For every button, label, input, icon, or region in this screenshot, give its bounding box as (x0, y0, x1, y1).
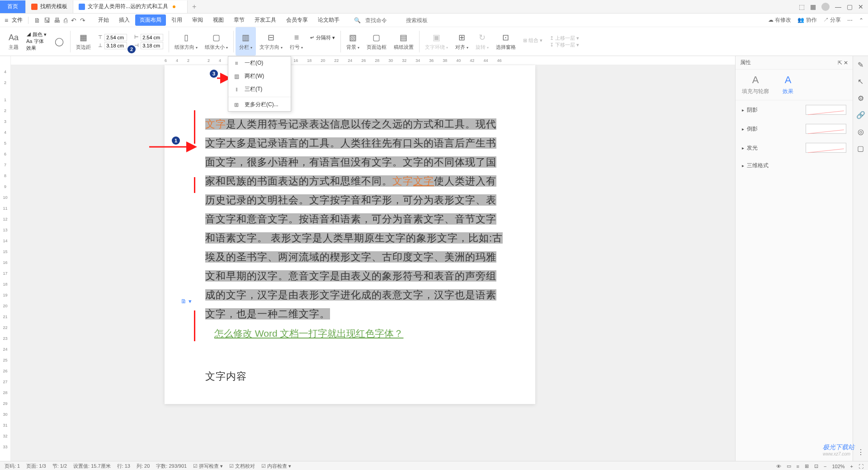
effect-dropdown[interactable]: 效果 (26, 45, 36, 52)
outline-mode-icon[interactable]: ≡ (797, 464, 799, 469)
heading-text[interactable]: 文字内容 (205, 367, 504, 386)
comment-icon[interactable]: 🗎 ▾ (181, 298, 192, 305)
search-icon[interactable]: 🔍 (354, 17, 361, 24)
read-mode-icon[interactable]: ▭ (787, 463, 791, 469)
collapse-ribbon-icon[interactable]: ⌃ (859, 17, 863, 24)
undo-icon[interactable]: ↶ (71, 17, 76, 24)
fullscreen-icon[interactable]: ⛶ (859, 464, 863, 469)
file-menu[interactable]: 文件 (12, 16, 23, 24)
font-dropdown[interactable]: Aa 字体 (26, 38, 44, 45)
background-button[interactable]: ▧背景 ▾ (343, 27, 363, 56)
page-border-button[interactable]: ▢页面边框 (363, 27, 390, 56)
status-content-check[interactable]: ☑ 内容检查 ▾ (261, 463, 291, 470)
top-margin-input[interactable] (104, 34, 127, 41)
cloud-changes[interactable]: ☁ 有修改 (768, 16, 791, 24)
left-margin-input[interactable] (141, 34, 163, 41)
reflection-preview[interactable] (806, 124, 846, 134)
dropdown-three-columns[interactable]: ⦀三栏(T) (228, 83, 291, 96)
command-search-input[interactable] (365, 17, 401, 24)
fit-icon[interactable]: ⊡ (814, 463, 818, 469)
status-doc-proof[interactable]: ☑ 文档校对 (229, 463, 255, 470)
bottom-margin-input[interactable] (104, 42, 127, 49)
zoom-level[interactable]: 102% (832, 464, 844, 469)
color-dropdown[interactable]: ◢ 颜色 ▾ (26, 31, 47, 38)
dropdown-more-columns[interactable]: ⊞更多分栏(C)... (228, 98, 291, 111)
prop-3d-format[interactable]: ▸三维格式 (736, 157, 853, 174)
tab-add[interactable]: + (188, 3, 201, 11)
layout-icon[interactable]: ⬚ (799, 3, 805, 10)
glow-preview[interactable] (806, 143, 846, 153)
more-tools-icon[interactable]: ⋮ (857, 448, 864, 456)
selection-pane-button[interactable]: ⊡选择窗格 (492, 27, 519, 56)
prop-shadow[interactable]: ▸阴影 (736, 100, 853, 119)
zoom-out-icon[interactable]: − (824, 464, 826, 469)
status-word-count[interactable]: 字数: 293/901 (156, 463, 187, 470)
user-avatar[interactable] (821, 3, 830, 11)
close-panel-icon[interactable]: ✕ (844, 60, 848, 66)
status-page-number[interactable]: 页码: 1 (5, 463, 20, 470)
link-icon[interactable]: 🔗 (856, 111, 865, 119)
close-window-icon[interactable]: ✕ (858, 3, 863, 10)
tab-home[interactable]: 首页 (0, 0, 26, 13)
prop-reflection[interactable]: ▸倒影 (736, 119, 853, 138)
tab-insert[interactable]: 插入 (114, 14, 134, 26)
tab-developer[interactable]: 开发工具 (250, 14, 281, 26)
template-search-input[interactable] (406, 17, 442, 24)
dropdown-one-column[interactable]: ≡一栏(O) (228, 56, 291, 70)
paper-size-button[interactable]: ▢纸张大小 ▾ (201, 27, 231, 56)
tab-effects[interactable]: A效果 (783, 74, 793, 95)
save-icon[interactable]: 🗎 (34, 17, 40, 24)
shape-button[interactable]: ◯ (50, 27, 68, 56)
redo-icon[interactable]: ↷ (80, 17, 85, 24)
tab-document[interactable]: 文字是人类用符...远的方式和工具 (73, 0, 188, 13)
text-direction-button[interactable]: ⊟文字方向 ▾ (256, 27, 286, 56)
hamburger-icon[interactable]: ≡ (5, 17, 8, 24)
page-icon[interactable]: ▢ (857, 144, 864, 153)
tab-template[interactable]: 找稻壳模板 (26, 0, 73, 13)
pencil-icon[interactable]: ✎ (858, 61, 863, 69)
prop-glow[interactable]: ▸发光 (736, 138, 853, 157)
right-margin-input[interactable] (141, 42, 163, 49)
status-page[interactable]: 页面: 1/3 (26, 463, 46, 470)
collaborate-button[interactable]: 👥 协作 (797, 16, 816, 24)
grid-icon[interactable]: ▦ (810, 3, 816, 10)
save-as-icon[interactable]: 🖫 (44, 17, 50, 24)
target-icon[interactable]: ◎ (858, 127, 864, 136)
tab-thesis[interactable]: 论文助手 (313, 14, 344, 26)
margin-button[interactable]: ▦页边距 (72, 27, 94, 56)
print-icon[interactable]: 🖶 (54, 17, 60, 24)
tab-review[interactable]: 审阅 (188, 14, 208, 26)
status-section[interactable]: 节: 1/2 (52, 463, 67, 470)
zoom-in-icon[interactable]: + (850, 464, 853, 469)
shadow-preview[interactable] (806, 105, 846, 115)
select-icon[interactable]: ↖ (858, 77, 863, 86)
tab-references[interactable]: 引用 (167, 14, 187, 26)
break-button[interactable]: ↵ 分隔符 ▾ (310, 34, 335, 41)
paper-orientation-button[interactable]: ▯纸张方向 ▾ (171, 27, 201, 56)
dropdown-two-columns[interactable]: ▥两栏(W) (228, 70, 291, 83)
status-spell-check[interactable]: ☑ 拼写检查 ▾ (193, 463, 223, 470)
share-button[interactable]: ↗ 分享 (823, 16, 841, 24)
tab-fill-outline[interactable]: A填充与轮廓 (742, 74, 769, 95)
columns-button[interactable]: ▥分栏 ▾ (236, 27, 256, 56)
paragraph-1[interactable]: 文字是人类用符号记录表达信息以传之久远的方式和工具。现代文字大多是记录语言的工具… (205, 115, 504, 324)
preview-icon[interactable]: ⎙ (64, 17, 67, 24)
line-number-button[interactable]: ≡行号 ▾ (286, 27, 307, 56)
settings-icon[interactable]: ⚙ (858, 94, 864, 103)
more-icon[interactable]: ⋯ (847, 17, 853, 24)
paper-settings-button[interactable]: ▤稿纸设置 (390, 27, 417, 56)
web-mode-icon[interactable]: ⊞ (805, 463, 809, 469)
tab-start[interactable]: 开始 (94, 14, 113, 26)
minimize-icon[interactable]: — (835, 3, 841, 10)
view-mode-icon[interactable]: 👁 (776, 464, 781, 469)
tab-vip[interactable]: 会员专享 (282, 14, 312, 26)
maximize-icon[interactable]: ▢ (847, 3, 853, 10)
tab-page-layout[interactable]: 页面布局 (135, 14, 166, 26)
theme-button[interactable]: Aa主题 (5, 27, 23, 56)
tab-view[interactable]: 视图 (208, 14, 228, 26)
document-area[interactable]: 6422468101214161820222426283032343638404… (11, 56, 735, 461)
pin-icon[interactable]: ⇱ (838, 60, 842, 66)
tab-section[interactable]: 章节 (229, 14, 249, 26)
align-button[interactable]: ⊞对齐 ▾ (452, 27, 472, 56)
hyperlink-text[interactable]: 怎么修改 Word 文档一打字就出现红色字体？ (214, 327, 504, 340)
